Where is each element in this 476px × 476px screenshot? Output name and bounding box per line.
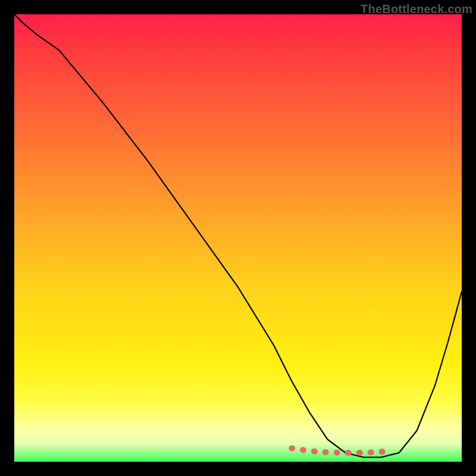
chart-svg [14,14,462,462]
bottleneck-curve [14,14,462,458]
plot-area [14,14,462,462]
chart-frame: TheBottleneck.com [0,0,476,476]
